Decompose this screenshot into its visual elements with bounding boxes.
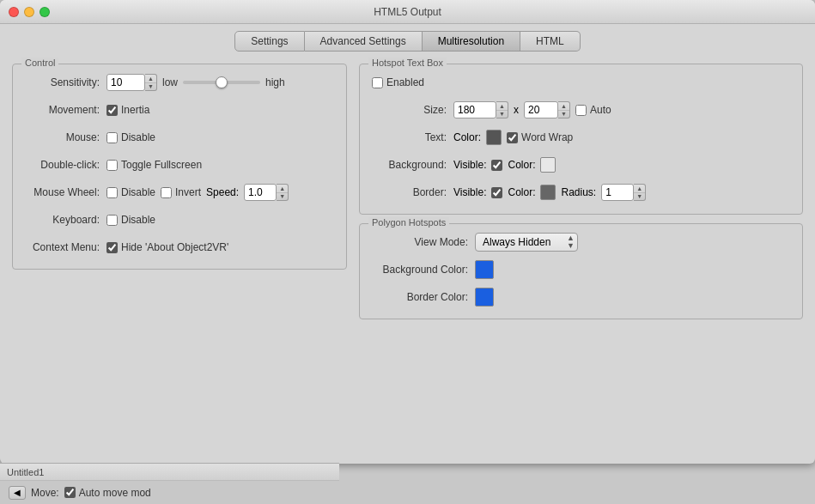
mousewheel-disable-label[interactable]: Disable [106,186,155,198]
htb-radius-wrap: ▲ ▼ [601,184,646,201]
sub-window-title: Untitled1 [7,467,44,477]
main-window: HTML5 Output Settings Advanced Settings … [0,0,815,464]
doubleclick-checkbox-label[interactable]: Toggle Fullscreen [106,159,202,171]
movement-text: Inertia [121,104,149,116]
sensitivity-slider[interactable] [183,81,260,84]
sensitivity-high: high [265,76,285,88]
doubleclick-checkbox[interactable] [106,160,118,171]
htb-radius-input[interactable] [601,184,634,201]
htb-height-up[interactable]: ▲ [558,102,569,111]
htb-x-sep: x [514,104,519,116]
minimize-button[interactable] [24,7,34,17]
keyboard-content: Disable [106,214,334,226]
tab-multiresolution[interactable]: Multiresolution [423,31,520,52]
mousewheel-label: Mouse Wheel: [25,186,106,198]
htb-width-up[interactable]: ▲ [496,102,508,111]
doubleclick-text: Toggle Fullscreen [121,159,202,171]
mousewheel-disable-text: Disable [121,186,155,198]
tab-settings[interactable]: Settings [234,31,304,52]
htb-width-input[interactable] [453,101,496,118]
htb-wordwrap-label[interactable]: Word Wrap [507,131,573,143]
htb-radius-up[interactable]: ▲ [634,185,645,193]
sub-automove-text: Auto move mod [79,487,151,499]
keyboard-row: Keyboard: Disable [25,210,334,229]
contextmenu-checkbox[interactable] [106,242,118,253]
window-title: HTML5 Output [374,6,441,18]
sensitivity-low: low [162,76,178,88]
sub-window: Untitled1 ◀ Move: Auto move mod [0,463,339,504]
sub-left-btn[interactable]: ◀ [9,486,26,500]
mousewheel-speed-down[interactable]: ▼ [277,193,288,201]
sensitivity-row: Sensitivity: ▲ ▼ low high [25,73,334,92]
htb-wordwrap-checkbox[interactable] [507,132,518,143]
mousewheel-speed-wrap: ▲ ▼ [244,184,289,201]
htb-enabled-row: Enabled [372,73,790,92]
htb-height-spin: ▲ ▼ [558,101,570,118]
htb-height-down[interactable]: ▼ [558,111,569,118]
htb-bg-color-swatch[interactable] [540,157,556,173]
doubleclick-label: Double-click: [25,159,106,171]
contextmenu-text: Hide 'About Object2VR' [121,241,228,253]
mousewheel-speed-spin: ▲ ▼ [277,184,289,201]
htb-width-down[interactable]: ▼ [496,111,508,118]
tab-advanced[interactable]: Advanced Settings [305,31,423,52]
movement-checkbox-label[interactable]: Inertia [106,104,149,116]
sensitivity-up[interactable]: ▲ [145,75,156,83]
viewmode-select-wrap: Always Hidden Always Visible Mouse Over … [475,233,578,252]
doubleclick-row: Double-click: Toggle Fullscreen [25,155,334,174]
mouse-row: Mouse: Disable [25,128,334,147]
htb-auto-label[interactable]: Auto [575,104,611,116]
control-panel: Control Sensitivity: ▲ ▼ low [12,64,347,270]
sensitivity-slider-container: low high [162,76,285,88]
polygon-bg-color-content [475,260,790,279]
htb-color-label: Color: [453,131,481,143]
viewmode-select[interactable]: Always Hidden Always Visible Mouse Over [475,233,578,252]
sensitivity-input[interactable] [106,74,145,91]
viewmode-row: View Mode: Always Hidden Always Visible … [372,233,790,252]
mousewheel-invert-checkbox[interactable] [161,187,172,198]
close-button[interactable] [9,7,19,17]
htb-background-content: Visible: Color: [453,157,790,173]
mousewheel-speed-input[interactable] [244,184,277,201]
htb-border-content: Visible: Color: Radius: ▲ ▼ [453,184,790,201]
contextmenu-checkbox-label[interactable]: Hide 'About Object2VR' [106,241,228,253]
htb-size-content: ▲ ▼ x ▲ ▼ [453,101,790,118]
polygon-border-color-swatch[interactable] [475,288,494,307]
htb-text-color-swatch[interactable] [486,130,502,145]
sub-automove-label[interactable]: Auto move mod [64,487,151,499]
htb-bg-visible-checkbox[interactable] [491,160,502,171]
keyboard-checkbox-label[interactable]: Disable [106,214,155,226]
htb-border-visible-checkbox[interactable] [491,187,502,198]
contextmenu-row: Context Menu: Hide 'About Object2VR' [25,238,334,257]
mousewheel-content: Disable Invert Speed: ▲ ▼ [106,184,334,201]
htb-radius-down[interactable]: ▼ [634,193,645,201]
htb-enabled-label[interactable]: Enabled [372,76,424,88]
htb-auto-checkbox[interactable] [575,105,587,116]
sensitivity-spin: ▲ ▼ [145,74,157,91]
htb-border-radius-label: Radius: [561,186,596,198]
mousewheel-speed-up[interactable]: ▲ [277,185,288,193]
mouse-content: Disable [106,131,334,143]
sub-window-content: ◀ Move: Auto move mod [0,481,339,504]
polygon-border-color-label: Border Color: [372,291,475,303]
mouse-checkbox-label[interactable]: Disable [106,131,155,143]
polygon-bg-color-swatch[interactable] [475,260,494,279]
tab-html[interactable]: HTML [520,31,581,52]
maximize-button[interactable] [40,7,50,17]
sensitivity-down[interactable]: ▼ [145,83,156,91]
sub-move-label: Move: [31,487,59,499]
htb-height-input[interactable] [524,101,558,118]
mousewheel-invert-label[interactable]: Invert [161,186,201,198]
polygon-border-color-row: Border Color: [372,288,790,307]
movement-row: Movement: Inertia [25,100,334,119]
mousewheel-disable-checkbox[interactable] [106,187,118,198]
keyboard-checkbox[interactable] [106,215,118,226]
movement-checkbox[interactable] [106,105,118,116]
htb-border-color-swatch[interactable] [540,185,556,200]
sub-automove-checkbox[interactable] [64,487,76,498]
mouse-checkbox[interactable] [106,132,118,143]
mouse-text: Disable [121,131,155,143]
htb-border-color-label: Color: [508,186,535,198]
htb-enabled-checkbox[interactable] [372,77,383,88]
polygon-hotspots-label: Polygon Hotspots [368,217,449,228]
